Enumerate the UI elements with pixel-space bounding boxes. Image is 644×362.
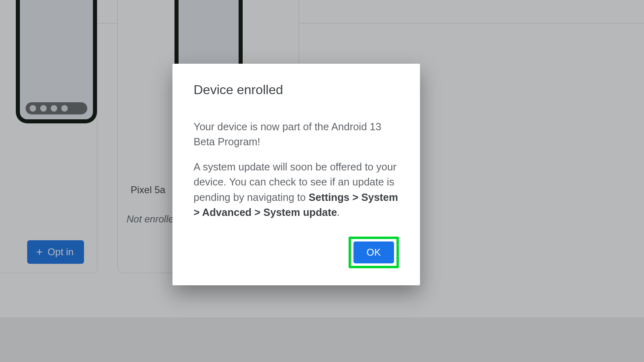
dialog-body-2: A system update will soon be offered to … xyxy=(194,159,399,220)
ok-button[interactable]: OK xyxy=(353,241,394,263)
dialog-title: Device enrolled xyxy=(194,82,399,97)
ok-highlight-icon: OK xyxy=(349,237,399,268)
dialog-body-1: Your device is now part of the Android 1… xyxy=(194,119,399,150)
enrolled-dialog: Device enrolled Your device is now part … xyxy=(172,64,420,285)
dialog-body-2c: . xyxy=(337,207,340,218)
